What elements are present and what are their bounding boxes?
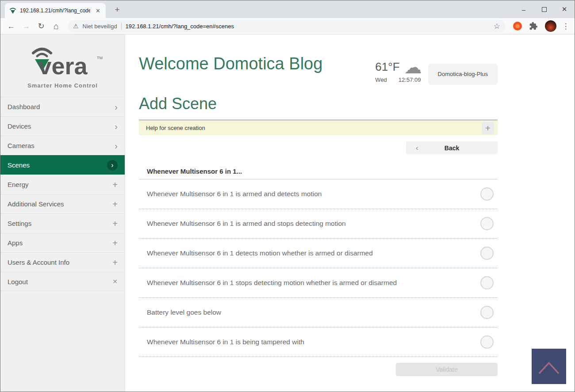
- profile-avatar[interactable]: [545, 20, 556, 32]
- chevron-up-icon: [536, 357, 562, 376]
- bookmark-star-icon[interactable]: ☆: [494, 22, 500, 31]
- home-icon[interactable]: ⌂: [50, 21, 62, 31]
- back-button[interactable]: ‹ Back: [406, 141, 498, 154]
- vera-logo: vera TM Smarter Home Control: [0, 34, 125, 97]
- cloud-icon: ☁: [404, 61, 422, 74]
- window-controls: – ✕: [514, 0, 575, 18]
- tab-title: 192.168.1.21/cmh/?lang_code=e: [20, 8, 90, 14]
- radio-button[interactable]: [480, 247, 494, 260]
- tab-strip: 192.168.1.21/cmh/?lang_code=e ✕ + – ✕: [0, 0, 575, 18]
- temperature: 61°F: [375, 60, 399, 74]
- logo-tagline: Smarter Home Control: [0, 82, 125, 89]
- chevron-left-icon: ‹: [416, 144, 418, 152]
- url-text[interactable]: 192.168.1.21/cmh/?lang_code=en#scenes: [126, 23, 490, 30]
- chevron-right-icon: ›: [115, 141, 118, 150]
- expand-plus-icon[interactable]: +: [482, 122, 494, 134]
- trigger-row[interactable]: Whenever Multisensor 6 in 1 stops detect…: [139, 268, 498, 298]
- sidebar-item-dashboard[interactable]: Dashboard ›: [0, 97, 125, 116]
- radio-button[interactable]: [480, 217, 494, 230]
- minimize-button[interactable]: –: [514, 0, 534, 18]
- sidebar-item-scenes[interactable]: Scenes ›: [0, 155, 125, 175]
- browser-window: 192.168.1.21/cmh/?lang_code=e ✕ + – ✕ ← …: [0, 0, 575, 392]
- back-button-label: Back: [406, 145, 498, 152]
- app-body: vera TM Smarter Home Control Dashboard ›…: [0, 34, 575, 392]
- not-secure-warning-icon[interactable]: ⚠: [73, 23, 79, 30]
- chevron-right-icon: ›: [115, 122, 118, 131]
- help-bar-label: Help for scene creation: [146, 125, 205, 131]
- trigger-row[interactable]: Battery level goes below: [139, 298, 498, 327]
- plus-icon: +: [112, 258, 118, 267]
- maximize-button[interactable]: [534, 0, 554, 18]
- trigger-group-title: Whenever Multisensor 6 in 1...: [139, 167, 498, 179]
- sidebar-item-energy[interactable]: Energy +: [0, 175, 125, 194]
- main-content: Welcome Domotica Blog 61°F ☁ Wed 12:57:0…: [125, 34, 575, 392]
- radio-button[interactable]: [480, 187, 494, 201]
- welcome-title: Welcome Domotica Blog: [139, 54, 334, 73]
- trigger-row[interactable]: Whenever Multisensor 6 in 1 is being tam…: [139, 327, 498, 357]
- browser-toolbar: ← → ↻ ⌂ ⚠ Niet beveiligd 192.168.1.21/cm…: [0, 18, 575, 34]
- sidebar-item-users-account[interactable]: Users & Account Info +: [0, 252, 125, 272]
- reload-icon[interactable]: ↻: [35, 21, 47, 31]
- weekday: Wed: [375, 76, 387, 83]
- scroll-to-top-button[interactable]: [532, 349, 566, 384]
- trigger-row[interactable]: Whenever Multisensor 6 in 1 is armed and…: [139, 179, 498, 209]
- weather-widget: 61°F ☁ Wed 12:57:09 Domotica-blog-Plus: [375, 60, 498, 85]
- plus-icon: +: [112, 180, 118, 189]
- sidebar-item-additional-services[interactable]: Additional Services +: [0, 194, 125, 213]
- chevron-right-icon: ›: [115, 103, 118, 111]
- chevron-right-circle-icon: ›: [107, 160, 118, 171]
- sidebar-item-settings[interactable]: Settings +: [0, 213, 125, 233]
- sidebar-item-cameras[interactable]: Cameras ›: [0, 136, 125, 155]
- page-header: Welcome Domotica Blog 61°F ☁ Wed 12:57:0…: [139, 54, 498, 85]
- forward-icon[interactable]: →: [20, 22, 32, 31]
- sidebar-item-apps[interactable]: Apps +: [0, 233, 125, 252]
- controller-selector-button[interactable]: Domotica-blog-Plus: [428, 64, 498, 85]
- tab-close-icon[interactable]: ✕: [94, 7, 102, 15]
- extension-icon-orange[interactable]: [513, 22, 522, 30]
- radio-button[interactable]: [480, 306, 494, 319]
- extensions-puzzle-icon[interactable]: [529, 22, 538, 30]
- sidebar: vera TM Smarter Home Control Dashboard ›…: [0, 34, 125, 392]
- browser-menu-icon[interactable]: ⋮: [561, 22, 570, 31]
- trigger-row[interactable]: Whenever Multisensor 6 in 1 detects moti…: [139, 239, 498, 268]
- validate-button[interactable]: Validate: [396, 363, 498, 376]
- new-tab-button[interactable]: +: [112, 5, 123, 15]
- plus-icon: +: [112, 200, 118, 209]
- plus-icon: +: [112, 239, 118, 247]
- vera-shield-icon: [9, 7, 16, 14]
- maximize-icon: [542, 7, 547, 12]
- sidebar-item-devices[interactable]: Devices ›: [0, 116, 125, 136]
- trigger-row[interactable]: Whenever Multisensor 6 in 1 is armed and…: [139, 209, 498, 239]
- clock-time: 12:57:09: [399, 76, 421, 83]
- svg-text:vera: vera: [38, 53, 88, 79]
- sidebar-item-logout[interactable]: Logout ✕: [0, 272, 125, 291]
- svg-text:TM: TM: [97, 56, 103, 60]
- help-bar[interactable]: Help for scene creation +: [139, 119, 498, 135]
- url-divider: [121, 23, 122, 30]
- plus-icon: +: [112, 219, 118, 228]
- address-bar[interactable]: ⚠ Niet beveiligd 192.168.1.21/cmh/?lang_…: [68, 20, 506, 32]
- close-window-button[interactable]: ✕: [554, 0, 575, 18]
- close-icon: ✕: [112, 278, 118, 285]
- sidebar-menu: Dashboard › Devices › Cameras › Scenes ›…: [0, 97, 125, 291]
- back-icon[interactable]: ←: [5, 22, 17, 31]
- radio-button[interactable]: [480, 335, 494, 349]
- security-label: Niet beveiligd: [83, 23, 117, 30]
- radio-button[interactable]: [480, 276, 494, 289]
- trigger-list: Whenever Multisensor 6 in 1... Whenever …: [139, 167, 498, 357]
- page-title: Add Scene: [139, 95, 498, 113]
- browser-tab[interactable]: 192.168.1.21/cmh/?lang_code=e ✕: [5, 3, 106, 18]
- vera-logo-icon: vera TM: [21, 44, 105, 80]
